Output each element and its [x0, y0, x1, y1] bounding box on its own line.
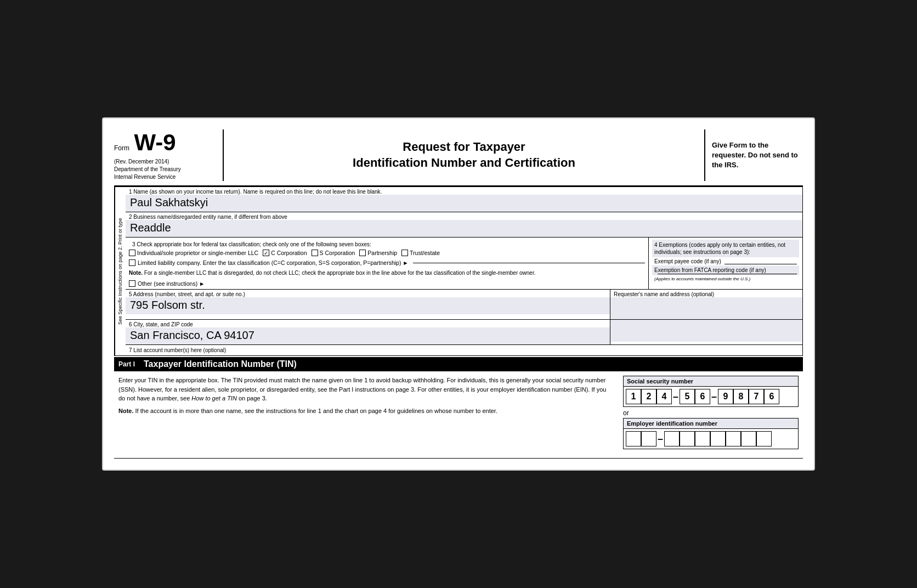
exemptions-box: 4 Exemptions (codes apply only to certai… — [652, 240, 799, 257]
or-text: or — [623, 407, 799, 418]
part1-text-block: Enter your TIN in the appropriate box. T… — [118, 376, 623, 449]
field7-row: 7 List account number(s) here (optional) — [126, 345, 802, 355]
ssn-header: Social security number — [624, 376, 798, 387]
bottom-line — [114, 458, 803, 459]
applies-text: (Applies to accounts maintained outside … — [652, 275, 799, 282]
field5-right-value — [610, 297, 802, 319]
ein-digit-8 — [741, 431, 756, 446]
part1-header: Part I Taxpayer Identification Number (T… — [114, 357, 803, 371]
scorp-checkbox-item: S Corporation — [312, 250, 355, 256]
ein-digit-6 — [710, 431, 726, 446]
field7-label: 7 List account number(s) here (optional) — [129, 347, 226, 353]
field3-left: 3 Check appropriate box for federal tax … — [126, 238, 649, 289]
individual-checkbox[interactable] — [129, 250, 135, 256]
ein-digits: – — [624, 429, 798, 449]
field6-value: San Francisco, CA 94107 — [126, 327, 610, 344]
ein-digit-2 — [641, 431, 656, 446]
other-line: Other (see instructions) ► — [129, 280, 645, 287]
ssn-sep-2: – — [710, 391, 718, 403]
fatca-underline — [658, 274, 797, 274]
w9-form: Form W-9 (Rev. December 2014) Department… — [102, 117, 815, 471]
ccorp-checkbox[interactable]: ✓ — [263, 250, 269, 256]
ssn-digit-3: 4 — [656, 389, 672, 404]
field5-value: 795 Folsom str. — [126, 297, 610, 314]
ssn-box: Social security number 1 2 4 – 5 6 – 9 8… — [623, 376, 799, 407]
field1-row: 1 Name (as shown on your income tax retu… — [126, 187, 802, 212]
individual-checkbox-item: Individual/sole proprietor or single-mem… — [129, 250, 258, 256]
field5-label: 5 Address (number, street, and apt. or s… — [126, 290, 610, 297]
ssn-digit-1: 1 — [626, 389, 641, 404]
ssn-digit-8: 7 — [749, 389, 764, 404]
part1-paragraph1: Enter your TIN in the appropriate box. T… — [118, 376, 614, 403]
field3-label: 3 Check appropriate box for federal tax … — [129, 240, 645, 247]
classification-checkboxes: Individual/sole proprietor or single-mem… — [129, 250, 645, 256]
header-right: Give Form to the requester. Do not send … — [704, 129, 803, 181]
part1-title: Taxpayer Identification Number (TIN) — [144, 359, 297, 369]
fatca-section: Exemption from FATCA reporting code (if … — [652, 265, 799, 275]
fatca-line — [654, 274, 797, 274]
ssn-digit-6: 9 — [718, 389, 733, 404]
field5-right-label: Requester's name and address (optional) — [610, 290, 802, 297]
ssn-digit-2: 2 — [641, 389, 656, 404]
scorp-checkbox[interactable] — [312, 250, 318, 256]
field5-right: Requester's name and address (optional) — [610, 290, 802, 319]
ein-box: Employer identification number – — [623, 418, 799, 449]
ssn-sep-1: – — [672, 391, 680, 403]
field5-left: 5 Address (number, street, and apt. or s… — [126, 290, 610, 319]
field6-left: 6 City, state, and ZIP code San Francisc… — [126, 320, 610, 344]
ein-sep: – — [656, 433, 664, 445]
header-left: Form W-9 (Rev. December 2014) Department… — [114, 129, 224, 181]
trust-checkbox-item: Trust/estate — [401, 250, 440, 256]
trust-checkbox[interactable] — [401, 250, 408, 256]
field1-value: Paul Sakhatskyi — [126, 195, 802, 212]
form-header: Form W-9 (Rev. December 2014) Department… — [114, 129, 803, 186]
partnership-checkbox[interactable] — [359, 250, 366, 256]
form-label: Form — [114, 144, 129, 152]
ein-digit-1 — [626, 431, 641, 446]
llc-checkbox[interactable] — [129, 259, 135, 266]
form-body: See Specific Instructions on page 2. Pri… — [114, 186, 803, 356]
part1-content: Enter your TIN in the appropriate box. T… — [114, 371, 803, 454]
field2-label: 2 Business name/disregarded entity name,… — [126, 212, 802, 220]
form-number: W-9 — [134, 129, 176, 155]
ccorp-checkbox-item: ✓ C Corporation — [263, 250, 307, 256]
ein-digit-3 — [664, 431, 680, 446]
field2-value: Readdle — [126, 220, 802, 237]
exempt-payee-row: Exempt payee code (if any) — [652, 257, 799, 265]
ssn-digits: 1 2 4 – 5 6 – 9 8 7 6 — [624, 387, 798, 406]
llc-line: Limited liability company. Enter the tax… — [129, 259, 645, 266]
sidebar-label: See Specific Instructions on page 2. Pri… — [115, 187, 126, 355]
part1-label: Part I — [118, 360, 135, 368]
form-fields: 1 Name (as shown on your income tax retu… — [126, 187, 802, 355]
field1-label: 1 Name (as shown on your income tax retu… — [126, 187, 802, 195]
field3-row: 3 Check appropriate box for federal tax … — [126, 238, 802, 290]
form-title: Request for Taxpayer Identification Numb… — [235, 139, 693, 171]
llc-underline — [413, 263, 645, 263]
ein-header: Employer identification number — [624, 419, 798, 429]
form-subtitle: (Rev. December 2014) Department of the T… — [114, 158, 216, 181]
ein-digit-9 — [756, 431, 772, 446]
field6-right — [610, 320, 802, 344]
field6-right-value — [610, 320, 802, 342]
field4-label: 4 Exemptions (codes apply only to certai… — [652, 240, 799, 257]
note-text: Note. For a single-member LLC that is di… — [129, 269, 645, 277]
field2-row: 2 Business name/disregarded entity name,… — [126, 212, 802, 238]
field5-row: 5 Address (number, street, and apt. or s… — [126, 290, 802, 320]
partnership-checkbox-item: Partnership — [359, 250, 397, 256]
field6-label: 6 City, state, and ZIP code — [126, 320, 610, 327]
ein-digit-5 — [695, 431, 710, 446]
field6-row: 6 City, state, and ZIP code San Francisc… — [126, 320, 802, 345]
ssn-digit-9: 6 — [764, 389, 779, 404]
field4-right: 4 Exemptions (codes apply only to certai… — [649, 238, 802, 289]
part1-right: Social security number 1 2 4 – 5 6 – 9 8… — [623, 376, 799, 449]
ssn-digit-7: 8 — [733, 389, 749, 404]
other-checkbox[interactable] — [129, 280, 135, 287]
ssn-digit-4: 5 — [680, 389, 695, 404]
part1-paragraph2: Note. If the account is in more than one… — [118, 406, 614, 416]
ein-digit-4 — [680, 431, 695, 446]
part1-section: Part I Taxpayer Identification Number (T… — [114, 357, 803, 459]
ein-digit-7 — [726, 431, 741, 446]
header-center: Request for Taxpayer Identification Numb… — [224, 129, 704, 181]
ssn-digit-5: 6 — [695, 389, 710, 404]
exempt-underline — [724, 258, 797, 264]
